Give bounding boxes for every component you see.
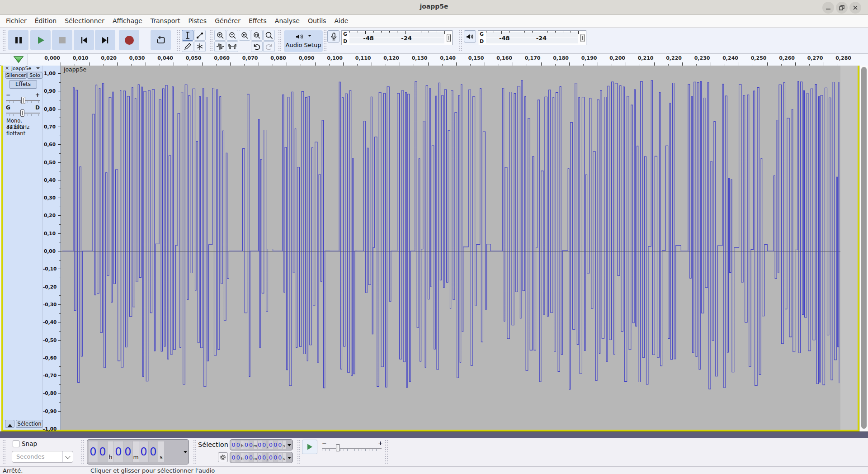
play-speed-thumb[interactable] [336,444,340,451]
menu-item-pistes[interactable]: Pistes [184,15,211,27]
menu-item-selectionner[interactable]: Sélectionner [61,15,108,27]
menu-item-effets[interactable]: Effets [245,15,271,27]
time-digit[interactable]: 0 [258,453,262,462]
track-collapse-button[interactable] [5,420,14,428]
audio-position-display[interactable]: 00h00m00s [87,439,189,465]
record-button[interactable] [119,30,139,50]
recording-meter[interactable]: G D -48-24 [341,30,453,45]
zoom-selection-button[interactable] [239,30,250,41]
stop-button[interactable] [52,30,72,50]
toolbar-grip[interactable] [278,30,281,51]
play-speed-slider[interactable] [322,448,382,449]
solo-button[interactable]: Solo [27,72,42,79]
selection-settings-button[interactable] [218,452,228,462]
track-menu-arrow-icon[interactable] [36,67,40,71]
toolbar-grip[interactable] [385,440,388,464]
dropdown-arrow-icon[interactable] [184,451,187,455]
pinned-playhead-button[interactable] [10,54,28,65]
play-at-speed-button[interactable] [302,440,317,454]
zoom-in-button[interactable] [214,30,226,41]
time-digit[interactable]: 0 [269,453,273,462]
trim-outside-selection-button[interactable] [214,41,226,52]
time-digit[interactable]: 0 [149,441,158,462]
toolbar-grip[interactable] [81,440,84,464]
loop-button[interactable] [151,30,171,50]
time-digit[interactable]: 0 [114,441,123,462]
timeline-ruler[interactable]: 0,0000,0100,0200,0300,0400,0500,0600,070… [0,54,868,66]
pan-slider-thumb[interactable] [20,109,24,117]
silence-selection-button[interactable] [226,41,238,52]
skip-end-button[interactable] [95,30,115,50]
track-selection-button[interactable]: Sélection [16,420,43,428]
gain-slider-thumb[interactable] [21,97,25,104]
time-digit[interactable]: 0 [262,441,266,449]
track-header[interactable]: × joapp5e [3,66,42,72]
effects-button[interactable]: Effets [9,80,37,89]
menu-item-outils[interactable]: Outils [304,15,330,27]
time-digit[interactable]: 0 [139,441,148,462]
selection-start-field[interactable]: 00h00m00,000s [230,439,293,450]
time-digit[interactable]: 0 [269,441,273,449]
menu-item-transport[interactable]: Transport [146,15,184,27]
envelope-tool-button[interactable] [194,30,206,41]
time-digit[interactable]: 0 [258,441,262,449]
play-button[interactable] [30,30,51,50]
time-digit[interactable]: 0 [244,441,248,449]
format-select-button[interactable] [62,451,73,462]
toolbar-grip[interactable] [3,440,5,464]
vertical-scrollbar-thumb[interactable] [861,67,867,429]
toolbar-grip[interactable] [459,30,462,51]
zoom-toggle-button[interactable] [263,30,275,41]
vertical-scale-ruler[interactable]: 1,000,900,800,700,600,500,400,300,200,10… [43,66,61,430]
track-control-panel[interactable]: × joapp5e Silencer Solo Effets − + G D M… [3,66,43,430]
undo-button[interactable] [251,41,263,52]
audio-setup-button[interactable]: Audio Setup [284,30,323,52]
snap-checkbox[interactable] [13,441,19,447]
toolbar-grip[interactable] [210,30,212,51]
horizontal-scrollbar[interactable] [0,431,868,438]
dropdown-arrow-icon[interactable] [288,444,291,448]
menu-item-fichier[interactable]: Fichier [2,15,31,27]
draw-tool-button[interactable] [182,41,193,52]
clip-name[interactable]: joapp5e [64,66,86,73]
restore-button[interactable] [836,2,848,14]
time-digit[interactable]: 0 [249,441,253,449]
time-digit[interactable]: 0 [278,453,282,462]
waveform-area[interactable]: joapp5e [61,66,858,430]
playback-volume-thumb[interactable] [580,34,585,42]
menu-item-affichage[interactable]: Affichage [108,15,146,27]
playback-speaker-button[interactable] [464,30,476,43]
titlebar[interactable]: joapp5e [0,0,868,15]
skip-start-button[interactable] [74,30,94,50]
toolbar-grip[interactable] [3,30,5,51]
toolbar-grip[interactable] [297,440,300,464]
zoom-fit-button[interactable] [251,30,263,41]
time-digit[interactable]: 0 [236,453,240,462]
format-select[interactable]: Secondes [12,451,73,463]
toolbar-grip[interactable] [193,440,196,464]
track-name[interactable]: joapp5e [11,66,31,71]
menu-item-edition[interactable]: Édition [31,15,61,27]
redo-button[interactable] [263,41,275,52]
close-button[interactable] [849,2,861,14]
mic-button[interactable] [327,30,340,43]
multi-tool-button[interactable] [194,41,206,52]
time-digit[interactable]: 0 [123,441,132,462]
time-digit[interactable]: 0 [274,441,278,449]
menu-item-generer[interactable]: Générer [211,15,245,27]
time-digit[interactable]: 0 [89,441,98,462]
vertical-scrollbar[interactable] [859,66,868,431]
playback-meter[interactable]: G D -48-24 [478,30,586,45]
dropdown-arrow-icon[interactable] [288,457,291,461]
time-digit[interactable]: 0 [236,441,240,449]
mute-button[interactable]: Silencer [5,72,27,79]
menu-item-analyse[interactable]: Analyse [271,15,304,27]
time-digit[interactable]: 0 [274,453,278,462]
time-digit[interactable]: 0 [262,453,266,462]
minimize-button[interactable] [822,2,834,14]
time-digit[interactable]: 0 [98,441,107,462]
recording-volume-thumb[interactable] [447,34,451,42]
toolbar-grip[interactable] [324,30,326,51]
selection-end-field[interactable]: 00h00m00,000s [230,452,293,463]
menu-item-aide[interactable]: Aide [330,15,352,27]
